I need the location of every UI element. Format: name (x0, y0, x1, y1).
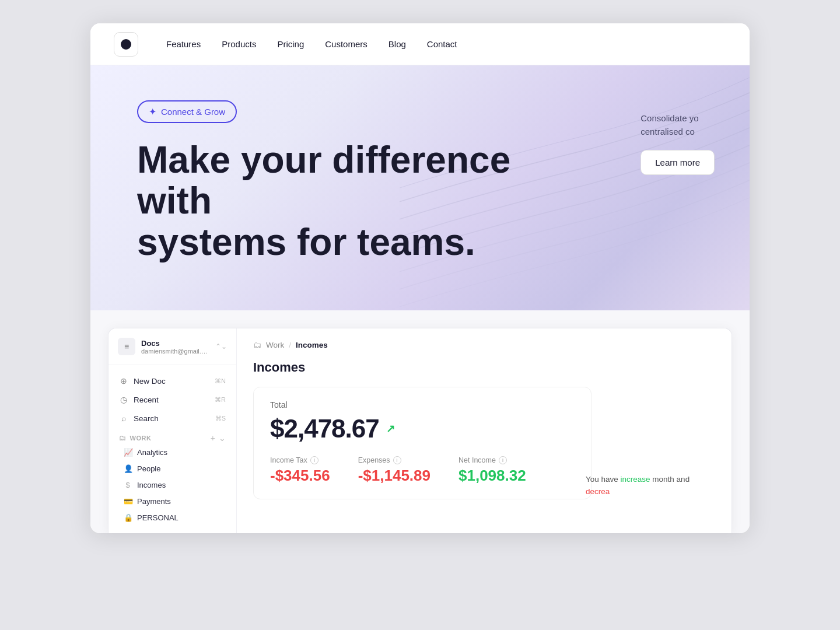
breadcrumb-folder-icon: 🗂 (253, 340, 261, 349)
sidebar-item-search[interactable]: ⌕ Search ⌘S (113, 410, 232, 427)
analytics-label: Analytics (137, 448, 167, 457)
people-icon: 👤 (124, 464, 132, 473)
app-window: ≡ Docs damiensmith@gmail.com ⌃⌄ ⊕ (108, 328, 732, 533)
sidebar-user-info: Docs damiensmith@gmail.com (141, 339, 209, 355)
folder-icon: 🗂 (119, 434, 127, 442)
search-label: Search (134, 414, 159, 423)
learn-more-button[interactable]: Learn more (640, 150, 715, 175)
nav-contact[interactable]: Contact (427, 39, 457, 49)
expand-section-button[interactable]: ⌄ (219, 434, 226, 442)
work-section-header: 🗂 WORK + ⌄ (113, 429, 232, 444)
new-doc-icon: ⊕ (119, 376, 128, 386)
expenses-label: Expenses (358, 456, 390, 464)
payments-icon: 💳 (124, 497, 132, 506)
total-label: Total (270, 400, 575, 410)
breadcrumb-parent: Work (266, 341, 284, 349)
net-income-value: $1,098.32 (459, 467, 526, 485)
hero-headline: Make your difference with systems for te… (137, 139, 545, 262)
app-preview: ≡ Docs damiensmith@gmail.com ⌃⌄ ⊕ (90, 310, 750, 533)
total-trend-arrow: ↗ (386, 422, 395, 435)
add-section-button[interactable]: + (211, 434, 215, 442)
nav-features[interactable]: Features (166, 39, 201, 49)
analytics-icon: 📈 (124, 448, 132, 457)
breadcrumb-current: Incomes (296, 341, 328, 349)
nav-customers[interactable]: Customers (325, 39, 368, 49)
people-label: People (137, 464, 160, 473)
metric-income-tax: Income Tax i -$345.56 (270, 456, 330, 485)
sidebar-chevron-icon[interactable]: ⌃⌄ (215, 342, 227, 351)
breadcrumb-separator: / (289, 341, 291, 349)
sidebar-app-name: Docs (141, 339, 209, 348)
total-amount-row: $2,478.67 ↗ (270, 414, 575, 443)
sidebar-nav: ⊕ New Doc ⌘N ◷ Recent ⌘R (108, 365, 236, 533)
income-tax-label: Income Tax (270, 456, 307, 464)
net-income-info-icon[interactable]: i (499, 456, 507, 464)
metric-expenses: Expenses i -$1,145.89 (358, 456, 430, 485)
note-increase: increase (621, 475, 650, 484)
nav-pricing[interactable]: Pricing (277, 39, 304, 49)
nav-products[interactable]: Products (222, 39, 256, 49)
sidebar-item-incomes[interactable]: $ Incomes (113, 477, 232, 493)
income-tax-info-icon[interactable]: i (310, 456, 318, 464)
hero-right-text: Consolidate yocentralised co Learn more (640, 112, 715, 175)
sidebar-item-personal[interactable]: 🔒 PERSONAL (113, 510, 232, 526)
logo-dot (121, 39, 131, 50)
sidebar-item-analytics[interactable]: 📈 Analytics (113, 444, 232, 460)
incomes-icon: $ (124, 481, 132, 489)
hero-description: Consolidate yocentralised co (640, 112, 715, 138)
recent-shortcut: ⌘R (215, 396, 226, 404)
incomes-label: Incomes (137, 481, 166, 489)
navbar: Features Products Pricing Customers Blog… (90, 23, 750, 65)
payments-label: Payments (137, 497, 171, 506)
income-note: You have increase month and decrea (586, 473, 702, 498)
page-background: Features Products Pricing Customers Blog… (0, 0, 840, 630)
badge-icon: ✦ (149, 106, 156, 117)
new-doc-label: New Doc (134, 377, 166, 386)
metric-net-income: Net Income i $1,098.32 (459, 456, 526, 485)
main-window: Features Products Pricing Customers Blog… (90, 23, 750, 533)
expenses-value: -$1,145.89 (358, 467, 430, 485)
net-income-label: Net Income (459, 456, 496, 464)
total-card: Total $2,478.67 ↗ Income Tax i - (253, 387, 592, 499)
sidebar-email: damiensmith@gmail.com (141, 348, 209, 355)
new-doc-shortcut: ⌘N (215, 377, 226, 385)
personal-label: PERSONAL (137, 513, 178, 522)
note-decrease: decrea (586, 487, 610, 496)
sidebar-header: ≡ Docs damiensmith@gmail.com ⌃⌄ (108, 328, 236, 365)
sidebar-item-recent[interactable]: ◷ Recent ⌘R (113, 391, 232, 408)
hero-section: ✦ Connect & Grow Make your difference wi… (90, 65, 750, 310)
logo[interactable] (114, 32, 138, 57)
work-section-label: 🗂 WORK (119, 434, 152, 442)
sidebar: ≡ Docs damiensmith@gmail.com ⌃⌄ ⊕ (108, 328, 237, 533)
sidebar-item-people[interactable]: 👤 People (113, 461, 232, 477)
recent-icon: ◷ (119, 395, 128, 404)
metrics-row: Income Tax i -$345.56 Expenses i (270, 456, 575, 485)
search-shortcut: ⌘S (215, 415, 226, 422)
nav-blog[interactable]: Blog (388, 39, 406, 49)
hero-badge[interactable]: ✦ Connect & Grow (137, 100, 237, 123)
search-icon: ⌕ (119, 414, 128, 423)
expenses-info-icon[interactable]: i (393, 456, 401, 464)
recent-label: Recent (134, 396, 159, 404)
sidebar-item-new-doc[interactable]: ⊕ New Doc ⌘N (113, 372, 232, 390)
total-amount: $2,478.67 (270, 414, 379, 443)
page-title: Incomes (253, 360, 715, 375)
sidebar-item-payments[interactable]: 💳 Payments (113, 494, 232, 509)
main-content: 🗂 Work / Incomes Incomes Total $2,478.67… (237, 328, 732, 533)
breadcrumb: 🗂 Work / Incomes (253, 340, 715, 349)
badge-text: Connect & Grow (161, 107, 225, 117)
income-tax-value: -$345.56 (270, 467, 330, 485)
personal-icon: 🔒 (124, 513, 132, 522)
sidebar-logo: ≡ (118, 338, 135, 355)
